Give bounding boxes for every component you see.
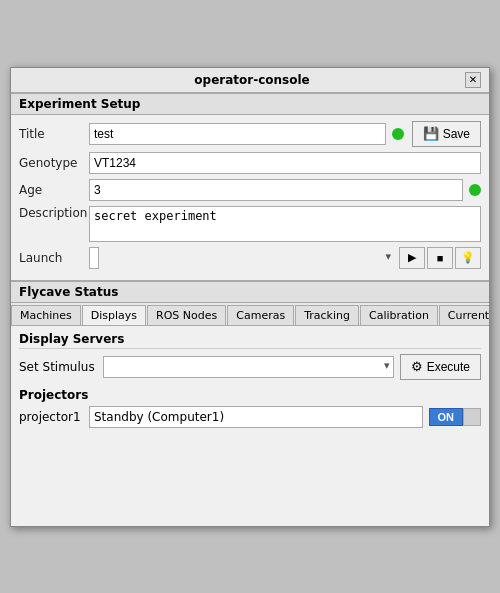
title-input[interactable] xyxy=(89,123,386,145)
execute-label: Execute xyxy=(427,360,470,374)
toggle-off-button[interactable] xyxy=(463,408,481,426)
age-input[interactable] xyxy=(89,179,463,201)
play-button[interactable]: ▶ xyxy=(399,247,425,269)
execute-icon: ⚙ xyxy=(411,359,423,374)
tab-calibration[interactable]: Calibration xyxy=(360,305,438,325)
flycave-header: Flycave Status xyxy=(11,281,489,303)
age-status-dot xyxy=(469,184,481,196)
light-button[interactable]: 💡 xyxy=(455,247,481,269)
projector1-toggle: ON xyxy=(429,408,482,426)
tab-machines[interactable]: Machines xyxy=(11,305,81,325)
stop-button[interactable]: ■ xyxy=(427,247,453,269)
flycave-section: Flycave Status Machines Displays ROS Nod… xyxy=(11,280,489,526)
description-row: Description secret experiment xyxy=(19,206,481,242)
tabs-row: Machines Displays ROS Nodes Cameras Trac… xyxy=(11,303,489,326)
projector1-status: Standby (Computer1) xyxy=(89,406,423,428)
genotype-input[interactable] xyxy=(89,152,481,174)
title-label: Title xyxy=(19,127,89,141)
launch-controls: ▶ ■ 💡 xyxy=(399,247,481,269)
play-icon: ▶ xyxy=(408,251,416,264)
experiment-form: Title 💾 Save Genotype Age Description se… xyxy=(11,115,489,280)
window-title: operator-console xyxy=(39,73,465,87)
tab-tracking[interactable]: Tracking xyxy=(295,305,359,325)
light-icon: 💡 xyxy=(461,251,475,264)
main-window: operator-console ✕ Experiment Setup Titl… xyxy=(10,67,490,527)
save-button[interactable]: 💾 Save xyxy=(412,121,481,147)
launch-select-wrap xyxy=(89,247,395,269)
set-stimulus-row: Set Stimulus ⚙ Execute xyxy=(19,354,481,380)
display-servers-header: Display Servers xyxy=(19,332,481,349)
description-input[interactable]: secret experiment xyxy=(89,206,481,242)
title-status-dot xyxy=(392,128,404,140)
tab-cameras[interactable]: Cameras xyxy=(227,305,294,325)
execute-button[interactable]: ⚙ Execute xyxy=(400,354,481,380)
genotype-label: Genotype xyxy=(19,156,89,170)
projector1-name: projector1 xyxy=(19,410,89,424)
age-row: Age xyxy=(19,179,481,201)
save-icon: 💾 xyxy=(423,126,439,141)
titlebar: operator-console ✕ xyxy=(11,68,489,93)
set-stimulus-label: Set Stimulus xyxy=(19,360,95,374)
toggle-on-button[interactable]: ON xyxy=(429,408,464,426)
save-label: Save xyxy=(443,127,470,141)
stimulus-select-wrap xyxy=(103,356,394,378)
close-button[interactable]: ✕ xyxy=(465,72,481,88)
projectors-header: Projectors xyxy=(19,388,481,402)
tab-displays[interactable]: Displays xyxy=(82,305,146,326)
genotype-row: Genotype xyxy=(19,152,481,174)
age-label: Age xyxy=(19,183,89,197)
displays-tab-content: Display Servers Set Stimulus ⚙ Execute P… xyxy=(11,326,489,526)
tab-ros-nodes[interactable]: ROS Nodes xyxy=(147,305,226,325)
description-label: Description xyxy=(19,206,89,220)
launch-row: Launch ▶ ■ 💡 xyxy=(19,247,481,269)
experiment-setup-header: Experiment Setup xyxy=(11,93,489,115)
stop-icon: ■ xyxy=(437,252,444,264)
launch-label: Launch xyxy=(19,251,89,265)
stimulus-select[interactable] xyxy=(103,356,394,378)
tab-current-experiment[interactable]: Current Experiment xyxy=(439,305,489,325)
launch-select[interactable] xyxy=(89,247,99,269)
title-row: Title 💾 Save xyxy=(19,121,481,147)
projector1-row: projector1 Standby (Computer1) ON xyxy=(19,406,481,428)
